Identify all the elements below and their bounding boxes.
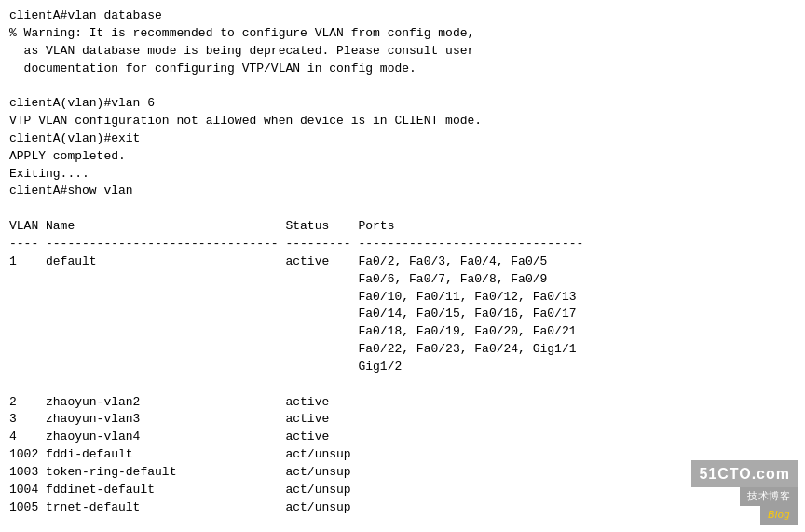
terminal-window: clientA#vlan database % Warning: It is r…	[0, 0, 805, 532]
watermark-subtitle: 技术博客	[740, 487, 798, 506]
watermark-site: 51CTO.com	[691, 460, 798, 487]
watermark: 51CTO.com 技术博客 Blog	[691, 460, 798, 525]
terminal-content: clientA#vlan database % Warning: It is r…	[9, 7, 796, 532]
watermark-blog: Blog	[760, 506, 798, 525]
